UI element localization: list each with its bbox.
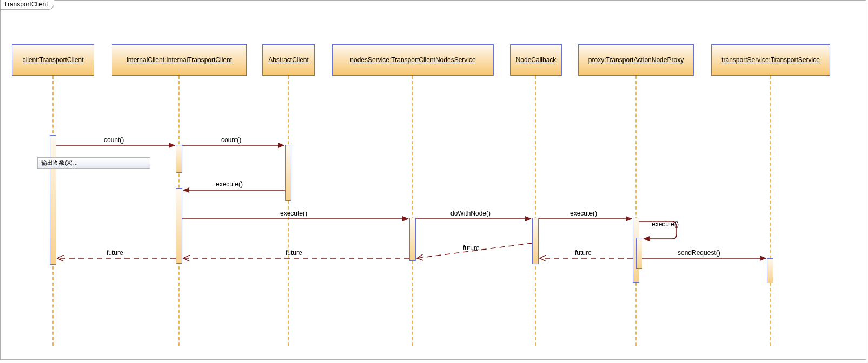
participant-label: transportService:TransportService xyxy=(718,54,823,66)
participant-abstractClient[interactable]: AbstractClient xyxy=(262,44,315,76)
participant-label: NodeCallback xyxy=(513,54,560,66)
message-execute-node: execute() xyxy=(570,210,597,217)
return-future-4: future xyxy=(575,249,592,257)
activation-proxy-inner xyxy=(636,238,642,269)
message-execute-up: execute() xyxy=(216,180,243,188)
participant-transportService[interactable]: transportService:TransportService xyxy=(711,44,830,76)
participant-label: proxy:TransportActionNodeProxy xyxy=(585,54,687,66)
participant-internalClient[interactable]: internalClient:InternalTransportClient xyxy=(112,44,247,76)
participant-label: internalClient:InternalTransportClient xyxy=(123,54,235,66)
participant-label: client:TransportClient xyxy=(19,54,87,66)
participant-label: AbstractClient xyxy=(265,54,312,66)
participant-label: nodesService:TransportClientNodesService xyxy=(347,54,479,66)
activation-internalClient-2 xyxy=(176,188,182,264)
sequence-diagram-canvas: TransportClient client:TransportClient i… xyxy=(0,0,868,363)
return-future-1: future xyxy=(107,249,123,257)
activation-internalClient-1 xyxy=(176,145,182,173)
lifeline-nodesService xyxy=(412,76,413,346)
participant-nodeCallback[interactable]: NodeCallback xyxy=(510,44,562,76)
message-execute-self: execute() xyxy=(652,220,679,228)
message-doWithNode: doWithNode() xyxy=(450,210,491,217)
lifeline-proxy xyxy=(635,76,637,346)
activation-nodeCallback xyxy=(532,218,539,264)
lifeline-transportService xyxy=(770,76,771,346)
participant-proxy[interactable]: proxy:TransportActionNodeProxy xyxy=(578,44,694,76)
message-execute-main: execute() xyxy=(280,210,307,217)
return-future-2: future xyxy=(286,249,302,257)
participant-nodesService[interactable]: nodesService:TransportClientNodesService xyxy=(332,44,494,76)
activation-transportService xyxy=(767,258,773,283)
frame-title: TransportClient xyxy=(1,0,54,10)
return-future-3: future xyxy=(463,244,480,252)
context-menu-item-export-image[interactable]: 输出图象(X)... xyxy=(37,157,150,169)
message-sendRequest: sendRequest() xyxy=(678,249,720,257)
lifeline-nodeCallback xyxy=(535,76,536,346)
activation-abstractClient xyxy=(285,145,291,201)
activation-nodesService xyxy=(409,218,416,261)
message-count2: count() xyxy=(221,136,241,144)
context-menu-label: 输出图象(X)... xyxy=(41,159,78,166)
activation-client xyxy=(50,135,56,265)
participant-client[interactable]: client:TransportClient xyxy=(12,44,94,76)
message-count1: count() xyxy=(104,136,124,144)
